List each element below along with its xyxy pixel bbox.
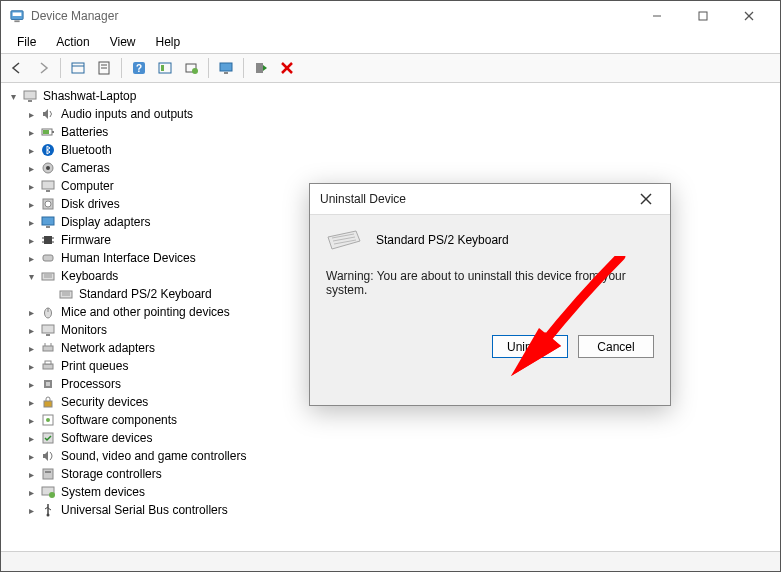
forward-button[interactable] bbox=[31, 57, 55, 79]
tree-category-label: Security devices bbox=[59, 395, 150, 409]
chevron-right-icon[interactable]: ▸ bbox=[25, 324, 37, 336]
svg-rect-18 bbox=[220, 63, 232, 71]
tree-category-node[interactable]: ▸Cameras bbox=[25, 159, 774, 177]
disk-icon bbox=[40, 196, 56, 212]
maximize-button[interactable] bbox=[680, 1, 726, 31]
chevron-right-icon[interactable]: ▸ bbox=[25, 342, 37, 354]
network-icon bbox=[40, 340, 56, 356]
tree-category-label: Bluetooth bbox=[59, 143, 114, 157]
root-label: Shashwat-Laptop bbox=[41, 89, 138, 103]
svg-rect-53 bbox=[43, 346, 53, 351]
update-driver-icon[interactable] bbox=[179, 57, 203, 79]
tree-category-node[interactable]: ▸Software components bbox=[25, 411, 774, 429]
svg-rect-4 bbox=[699, 12, 707, 20]
chevron-right-icon[interactable]: ▸ bbox=[25, 198, 37, 210]
tree-category-label: Computer bbox=[59, 179, 116, 193]
statusbar bbox=[1, 551, 780, 571]
svg-point-28 bbox=[42, 144, 54, 156]
chevron-right-icon[interactable]: ▸ bbox=[25, 360, 37, 372]
menubar: File Action View Help bbox=[1, 31, 780, 53]
chevron-right-icon[interactable]: ▸ bbox=[25, 234, 37, 246]
svg-rect-15 bbox=[161, 65, 164, 71]
chevron-right-icon[interactable]: ▸ bbox=[25, 468, 37, 480]
chevron-right-icon[interactable]: ▸ bbox=[25, 108, 37, 120]
show-hidden-icon[interactable] bbox=[66, 57, 90, 79]
tree-category-node[interactable]: ▸Sound, video and game controllers bbox=[25, 447, 774, 465]
window-controls bbox=[634, 1, 772, 31]
chevron-right-icon[interactable]: ▸ bbox=[25, 414, 37, 426]
chevron-right-icon[interactable]: ▸ bbox=[25, 252, 37, 264]
hid-icon bbox=[40, 250, 56, 266]
window-titlebar: Device Manager bbox=[1, 1, 780, 31]
enable-device-icon[interactable] bbox=[249, 57, 273, 79]
chevron-right-icon[interactable]: ▸ bbox=[25, 180, 37, 192]
chevron-right-icon[interactable]: ▸ bbox=[25, 396, 37, 408]
monitor-icon[interactable] bbox=[214, 57, 238, 79]
chevron-right-icon[interactable]: ▸ bbox=[25, 306, 37, 318]
svg-rect-1 bbox=[13, 13, 22, 17]
component-icon bbox=[40, 412, 56, 428]
svg-rect-24 bbox=[28, 100, 32, 102]
chevron-right-icon[interactable]: ▸ bbox=[25, 216, 37, 228]
chevron-right-icon[interactable]: ▸ bbox=[25, 450, 37, 462]
chevron-right-icon[interactable]: ▸ bbox=[25, 504, 37, 516]
chevron-down-icon[interactable]: ▾ bbox=[25, 270, 37, 282]
toolbar-separator bbox=[60, 58, 61, 78]
tree-category-node[interactable]: ▸Software devices bbox=[25, 429, 774, 447]
tree-category-node[interactable]: ▸Batteries bbox=[25, 123, 774, 141]
keyboard-icon bbox=[58, 286, 74, 302]
svg-rect-35 bbox=[42, 217, 54, 225]
svg-rect-2 bbox=[14, 20, 19, 22]
lock-icon bbox=[40, 394, 56, 410]
chevron-right-icon[interactable]: ▸ bbox=[25, 144, 37, 156]
cancel-button[interactable]: Cancel bbox=[578, 335, 654, 358]
chevron-right-icon[interactable]: ▸ bbox=[25, 162, 37, 174]
uninstall-device-icon[interactable] bbox=[275, 57, 299, 79]
tree-category-label: Software components bbox=[59, 413, 179, 427]
properties-icon[interactable] bbox=[92, 57, 116, 79]
chevron-right-icon[interactable]: ▸ bbox=[25, 486, 37, 498]
svg-point-34 bbox=[45, 201, 51, 207]
back-button[interactable] bbox=[5, 57, 29, 79]
minimize-button[interactable] bbox=[634, 1, 680, 31]
svg-rect-14 bbox=[159, 63, 171, 73]
keyboard-icon bbox=[40, 268, 56, 284]
chevron-right-icon[interactable]: ▸ bbox=[25, 126, 37, 138]
scan-icon[interactable] bbox=[153, 57, 177, 79]
menu-help[interactable]: Help bbox=[148, 33, 189, 51]
help-icon[interactable]: ? bbox=[127, 57, 151, 79]
svg-rect-42 bbox=[43, 255, 53, 261]
toolbar-separator bbox=[243, 58, 244, 78]
cpu-icon bbox=[40, 376, 56, 392]
tree-root-node[interactable]: ▾ Shashwat-Laptop bbox=[7, 87, 774, 105]
chip-icon bbox=[40, 232, 56, 248]
pc-icon bbox=[40, 178, 56, 194]
tree-category-label: Monitors bbox=[59, 323, 109, 337]
svg-rect-23 bbox=[24, 91, 36, 99]
svg-rect-52 bbox=[46, 334, 50, 336]
tree-category-label: Mice and other pointing devices bbox=[59, 305, 232, 319]
chevron-down-icon[interactable]: ▾ bbox=[7, 90, 19, 102]
bluetooth-icon bbox=[40, 142, 56, 158]
app-icon bbox=[9, 8, 25, 24]
tree-category-node[interactable]: ▸System devices bbox=[25, 483, 774, 501]
tree-category-node[interactable]: ▸Audio inputs and outputs bbox=[25, 105, 774, 123]
dialog-titlebar[interactable]: Uninstall Device bbox=[310, 184, 670, 214]
menu-file[interactable]: File bbox=[9, 33, 44, 51]
chevron-right-icon[interactable]: ▸ bbox=[25, 378, 37, 390]
tree-category-node[interactable]: ▸Bluetooth bbox=[25, 141, 774, 159]
close-button[interactable] bbox=[726, 1, 772, 31]
tree-category-label: Sound, video and game controllers bbox=[59, 449, 248, 463]
battery-icon bbox=[40, 124, 56, 140]
svg-rect-65 bbox=[45, 471, 51, 473]
uninstall-button[interactable]: Uninstall bbox=[492, 335, 568, 358]
tree-category-label: Keyboards bbox=[59, 269, 120, 283]
tree-category-node[interactable]: ▸Storage controllers bbox=[25, 465, 774, 483]
tree-category-label: Cameras bbox=[59, 161, 112, 175]
dialog-close-button[interactable] bbox=[632, 187, 660, 211]
tree-category-node[interactable]: ▸Universal Serial Bus controllers bbox=[25, 501, 774, 519]
menu-view[interactable]: View bbox=[102, 33, 144, 51]
dialog-title: Uninstall Device bbox=[320, 192, 406, 206]
chevron-right-icon[interactable]: ▸ bbox=[25, 432, 37, 444]
menu-action[interactable]: Action bbox=[48, 33, 97, 51]
